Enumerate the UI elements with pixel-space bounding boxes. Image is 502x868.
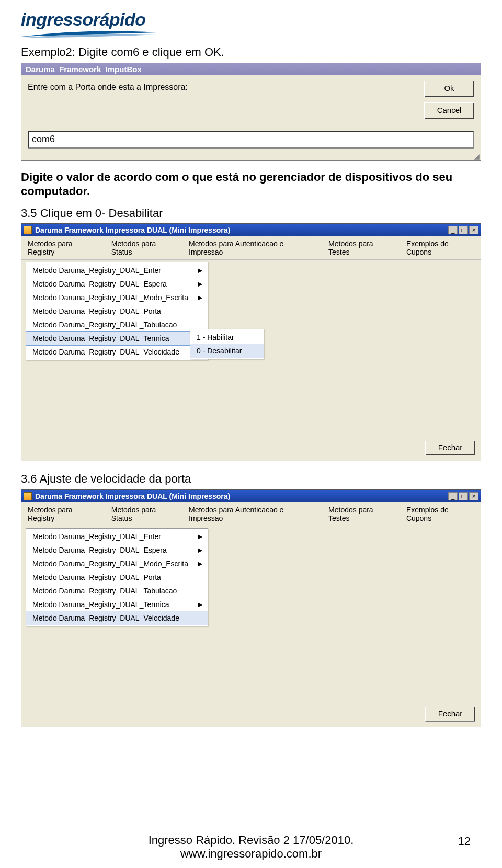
minimize-button[interactable]: _ — [448, 226, 458, 234]
submenu-item-label: Metodo Daruma_Registry_DUAL_Termica — [32, 600, 169, 609]
menu-cupons[interactable]: Exemplos de Cupons — [406, 506, 474, 522]
ok-button[interactable]: Ok — [424, 81, 474, 97]
submenu-item-label: Metodo Daruma_Registry_DUAL_Enter — [32, 266, 161, 275]
inputbox-title: Daruma_Framework_ImputBox — [21, 63, 481, 75]
fechar-button[interactable]: Fechar — [425, 707, 475, 722]
logo-text: ingressorápido — [21, 10, 481, 28]
app-icon — [24, 226, 32, 234]
registry-submenu: Metodo Daruma_Registry_DUAL_Enter▶Metodo… — [26, 262, 208, 360]
section-3-6: 3.6 Ajuste de velocidade da porta — [21, 472, 481, 486]
titlebar: Daruma Framework Impressora DUAL (Mini I… — [21, 490, 481, 502]
menubar: Metodos para Registry Metodos para Statu… — [21, 236, 481, 260]
menu-testes[interactable]: Metodos para Testes — [328, 239, 395, 256]
submenu-item[interactable]: Metodo Daruma_Registry_DUAL_Modo_Escrita… — [26, 557, 208, 570]
menubar: Metodos para Registry Metodos para Statu… — [21, 502, 481, 526]
footer-line1: Ingresso Rápido. Revisão 2 17/05/2010. — [0, 833, 502, 847]
instruction-text: Digite o valor de acordo com o que está … — [21, 170, 481, 199]
termica-submenu: 1 - Habilitar0 - Desabilitar — [190, 329, 264, 359]
window-body: Metodo Daruma_Registry_DUAL_Enter▶Metodo… — [21, 526, 481, 704]
submenu-arrow-icon: ▶ — [198, 280, 202, 288]
logo: ingressorápido — [21, 10, 481, 36]
submenu-item[interactable]: Metodo Daruma_Registry_DUAL_Velocidade — [26, 345, 208, 359]
cancel-button[interactable]: Cancel — [424, 102, 474, 119]
minimize-button[interactable]: _ — [448, 492, 458, 500]
submenu-item[interactable]: 0 - Desabilitar — [190, 344, 264, 358]
page-footer: Ingresso Rápido. Revisão 2 17/05/2010. w… — [0, 833, 502, 861]
inputbox-dialog: Daruma_Framework_ImputBox Entre com a Po… — [21, 63, 481, 161]
logo-swoosh — [21, 29, 157, 36]
submenu-item-label: Metodo Daruma_Registry_DUAL_Velocidade — [32, 614, 179, 622]
submenu-item[interactable]: Metodo Daruma_Registry_DUAL_Enter▶ — [26, 530, 208, 543]
framework-window-35: Daruma Framework Impressora DUAL (Mini I… — [21, 223, 481, 461]
menu-registry[interactable]: Metodos para Registry — [28, 506, 100, 522]
submenu-item-label: Metodo Daruma_Registry_DUAL_Velocidade — [32, 348, 179, 356]
submenu-arrow-icon: ▶ — [198, 601, 202, 608]
menu-status[interactable]: Metodos para Status — [111, 239, 177, 256]
submenu-item-label: Metodo Daruma_Registry_DUAL_Modo_Escrita — [32, 559, 188, 568]
resize-grip-icon: ◢ — [21, 154, 481, 160]
submenu-item[interactable]: Metodo Daruma_Registry_DUAL_Termica▶ — [26, 598, 208, 611]
titlebar: Daruma Framework Impressora DUAL (Mini I… — [21, 224, 481, 236]
menu-autenticacao[interactable]: Metodos para Autenticacao e Impressao — [189, 506, 317, 522]
submenu-item[interactable]: Metodo Daruma_Registry_DUAL_Enter▶ — [26, 264, 208, 277]
port-input[interactable]: com6 — [28, 131, 474, 149]
submenu-item[interactable]: Metodo Daruma_Registry_DUAL_Velocidade — [26, 611, 208, 625]
submenu-item-label: Metodo Daruma_Registry_DUAL_Espera — [32, 280, 167, 288]
menu-autenticacao[interactable]: Metodos para Autenticacao e Impressao — [189, 239, 317, 256]
submenu-arrow-icon: ▶ — [198, 533, 202, 540]
submenu-item-label: Metodo Daruma_Registry_DUAL_Enter — [32, 532, 161, 541]
submenu-arrow-icon: ▶ — [198, 560, 202, 567]
submenu-arrow-icon: ▶ — [198, 267, 202, 274]
submenu-item-label: Metodo Daruma_Registry_DUAL_Porta — [32, 573, 161, 581]
submenu-item[interactable]: Metodo Daruma_Registry_DUAL_Porta — [26, 304, 208, 318]
inputbox-prompt: Entre com a Porta onde esta a Impressora… — [28, 83, 474, 92]
close-button[interactable]: × — [469, 492, 478, 500]
window-title: Daruma Framework Impressora DUAL (Mini I… — [35, 226, 447, 234]
submenu-arrow-icon: ▶ — [198, 546, 202, 554]
window-title: Daruma Framework Impressora DUAL (Mini I… — [35, 492, 447, 500]
submenu-item[interactable]: Metodo Daruma_Registry_DUAL_Porta — [26, 570, 208, 584]
submenu-item[interactable]: 1 - Habilitar — [190, 330, 264, 344]
maximize-button[interactable]: □ — [459, 226, 468, 234]
submenu-item[interactable]: Metodo Daruma_Registry_DUAL_Termica▶ — [26, 331, 208, 346]
window-body: Metodo Daruma_Registry_DUAL_Enter▶Metodo… — [21, 260, 481, 438]
submenu-item-label: Metodo Daruma_Registry_DUAL_Termica — [32, 334, 169, 342]
submenu-item-label: Metodo Daruma_Registry_DUAL_Modo_Escrita — [32, 293, 188, 302]
submenu-item[interactable]: Metodo Daruma_Registry_DUAL_Tabulacao — [26, 318, 208, 332]
registry-submenu: Metodo Daruma_Registry_DUAL_Enter▶Metodo… — [26, 528, 208, 626]
submenu-item-label: Metodo Daruma_Registry_DUAL_Espera — [32, 546, 167, 554]
submenu-item[interactable]: Metodo Daruma_Registry_DUAL_Espera▶ — [26, 543, 208, 557]
submenu-item[interactable]: Metodo Daruma_Registry_DUAL_Modo_Escrita… — [26, 291, 208, 304]
submenu-item-label: Metodo Daruma_Registry_DUAL_Porta — [32, 307, 161, 315]
example2-text: Exemplo2: Digite com6 e clique em OK. — [21, 45, 481, 60]
submenu-arrow-icon: ▶ — [198, 294, 202, 301]
fechar-button[interactable]: Fechar — [425, 441, 475, 455]
footer-line2: www.ingressorapido.com.br — [0, 847, 502, 861]
close-button[interactable]: × — [469, 226, 478, 234]
menu-cupons[interactable]: Exemplos de Cupons — [406, 239, 474, 256]
maximize-button[interactable]: □ — [459, 492, 468, 500]
app-icon — [24, 492, 32, 500]
submenu-item[interactable]: Metodo Daruma_Registry_DUAL_Tabulacao — [26, 584, 208, 598]
framework-window-36: Daruma Framework Impressora DUAL (Mini I… — [21, 489, 481, 727]
menu-testes[interactable]: Metodos para Testes — [328, 506, 395, 522]
menu-status[interactable]: Metodos para Status — [111, 506, 177, 522]
submenu-item-label: Metodo Daruma_Registry_DUAL_Tabulacao — [32, 587, 177, 595]
submenu-item[interactable]: Metodo Daruma_Registry_DUAL_Espera▶ — [26, 277, 208, 291]
menu-registry[interactable]: Metodos para Registry — [28, 239, 100, 256]
section-3-5: 3.5 Clique em 0- Desabilitar — [21, 206, 481, 221]
submenu-item-label: Metodo Daruma_Registry_DUAL_Tabulacao — [32, 321, 177, 329]
